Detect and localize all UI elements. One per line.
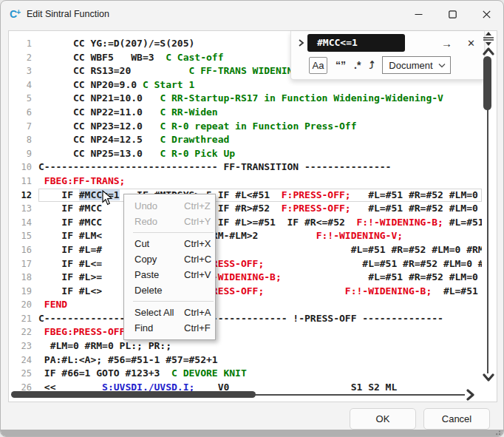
line-number: 1 [9, 37, 35, 51]
code-line-16[interactable]: IF #L=# #L=#51 #R=#52 #LM=0 #RM=0 [38, 243, 482, 257]
line-number: 7 [9, 120, 35, 134]
line-number: 23 [9, 339, 35, 353]
scroll-up-icon[interactable] [483, 47, 494, 55]
line-number: 18 [9, 271, 35, 285]
find-panel: #MCC<=1 → ✕ Aa “” .* ⤴ Document [290, 31, 485, 80]
search-input[interactable]: #MCC<=1 [307, 34, 405, 52]
line-number: 3 [9, 64, 35, 78]
menu-item-cut[interactable]: CutCtrl+X [124, 236, 215, 251]
panel-expander-icon[interactable] [294, 38, 307, 48]
menu-separator [133, 232, 214, 233]
line-number: 13 [9, 202, 35, 216]
line-number: 5 [9, 92, 35, 106]
whole-words-toggle-icon[interactable]: “” [336, 59, 346, 71]
ok-button[interactable]: OK [350, 408, 416, 430]
regex-toggle-icon[interactable]: .* [354, 59, 361, 71]
line-number: 16 [9, 243, 35, 257]
line-number: 11 [9, 175, 35, 189]
line-gutter: 1234567891011121314151617181920212223242… [9, 37, 35, 394]
line-number: 12 [9, 189, 35, 203]
line-number: 15 [9, 229, 35, 243]
search-up-toggle-icon[interactable]: ⤴ [369, 59, 374, 71]
menu-item-find[interactable]: FindCtrl+F [124, 320, 215, 336]
menu-separator [133, 301, 214, 302]
line-number: 20 [9, 298, 35, 312]
bottom-strip [1, 430, 503, 437]
line-number: 24 [9, 353, 35, 367]
chevron-down-icon [438, 63, 446, 68]
code-line-10[interactable]: C------------------------------ FF-TRANS… [38, 160, 482, 175]
context-menu: UndoCtrl+ZRedoCtrl+YCutCtrl+XCopyCtrl+CP… [123, 194, 216, 340]
menu-item-select-all[interactable]: Select AllCtrl+A [124, 305, 215, 320]
code-line-9[interactable]: CC NP25=13.0 C R-0 Pick Up [38, 147, 482, 161]
scroll-down-icon[interactable] [483, 373, 494, 382]
code-line-19[interactable]: IF #L<> F:PRESS-OFF; F:!-WIDENING-B; #L=… [38, 285, 482, 299]
menu-item-copy[interactable]: CopyCtrl+C [124, 251, 215, 267]
line-number: 17 [9, 257, 35, 271]
code-line-24[interactable]: PA:#L:<A>; #56=#51-1 #57=#52+1 [38, 353, 482, 367]
code-line-21[interactable]: C---------------------------------------… [38, 312, 482, 326]
code-line-7[interactable]: CC NP23=12.0 C R-0 repeat in Function Pr… [38, 120, 482, 134]
code-line-23[interactable]: #LM=0 #RM=0 PL:; PR:; [38, 339, 482, 353]
menu-item-undo[interactable]: UndoCtrl+Z [124, 198, 215, 214]
horizontal-scrollbar-thumb[interactable] [11, 391, 256, 398]
code-line-22[interactable]: FBEG:PRESS-OFF; [38, 325, 482, 339]
code-line-18[interactable]: IF #L>= F:!-WIDENING-B; #L=#51 #R=#52 #L… [38, 271, 482, 285]
find-next-icon[interactable]: → [438, 38, 455, 49]
window-title: Edit Sintral Function [27, 9, 109, 19]
code-line-8[interactable]: CC NP24=12.5 C Drawthread [38, 133, 482, 147]
match-case-toggle[interactable]: Aa [309, 57, 327, 74]
code-line-14[interactable]: IF #MCC IF #MTDSYS>=5 IF #L>=#51 IF #R<=… [38, 216, 482, 230]
menu-item-delete[interactable]: Delete [124, 282, 215, 298]
line-number: 8 [9, 133, 35, 147]
line-number: 6 [9, 106, 35, 120]
minimize-icon [415, 10, 423, 18]
line-number: 9 [9, 147, 35, 161]
close-button[interactable] [469, 1, 503, 27]
cancel-button[interactable]: Cancel [423, 408, 490, 430]
minimize-button[interactable] [401, 1, 435, 27]
code-line-25[interactable]: IF #66=1 GOTO #123+3 C DEVORE KNIT [38, 367, 482, 381]
code-line-15[interactable]: IF #LM< #RM-#LM>2 F:!-WIDENING-V; [38, 229, 482, 243]
maximize-button[interactable] [435, 1, 469, 27]
close-icon [483, 10, 491, 18]
splitter-handle-icon[interactable] [482, 32, 495, 47]
scroll-right-icon[interactable] [466, 389, 475, 401]
code-line-4[interactable]: CC NP20=9.0 C Start 1 [38, 78, 482, 92]
horizontal-scrollbar-track[interactable] [252, 394, 465, 396]
menu-item-redo[interactable]: RedoCtrl+Y [124, 214, 215, 229]
app-icon: C+ [10, 8, 20, 20]
line-number: 21 [9, 312, 35, 326]
close-find-panel-icon[interactable]: ✕ [464, 38, 478, 48]
code-line-6[interactable]: CC NP22=11.0 C RR-Widen [38, 106, 482, 120]
code-line-11[interactable]: FBEG:FF-TRANS; [38, 175, 482, 189]
vertical-scrollbar-thumb[interactable] [483, 56, 491, 110]
code-line-20[interactable]: FEND [38, 298, 482, 312]
menu-item-paste[interactable]: PasteCtrl+V [124, 267, 215, 282]
line-number: 22 [9, 325, 35, 339]
vertical-scrollbar-track[interactable] [487, 109, 488, 373]
search-scope-select[interactable]: Document [382, 56, 451, 74]
code-area[interactable]: CC YG:=D(207)/=S(205) CC WBF5 WB=3 C Cas… [38, 37, 482, 401]
maximize-icon [449, 10, 457, 18]
line-number: 10 [9, 160, 35, 175]
title-bar: C+ Edit Sintral Function [1, 1, 503, 27]
mouse-cursor [102, 190, 114, 206]
code-line-17[interactable]: IF #L<= F:PRESS-OFF; #L=#51 #R=#52 #LM=0… [38, 257, 482, 271]
sintral-code-editor[interactable]: 1234567891011121314151617181920212223242… [8, 30, 497, 402]
line-number: 4 [9, 78, 35, 92]
line-number: 14 [9, 216, 35, 230]
line-number: 2 [9, 51, 35, 65]
line-number: 25 [9, 367, 35, 381]
resize-grip[interactable] [493, 430, 501, 437]
code-line-5[interactable]: CC NP21=10.0 C RR-Startup-RS17 in Functi… [38, 92, 482, 106]
line-number: 19 [9, 285, 35, 299]
edit-sintral-function-dialog: C+ Edit Sintral Function 123456789101112… [0, 0, 504, 437]
